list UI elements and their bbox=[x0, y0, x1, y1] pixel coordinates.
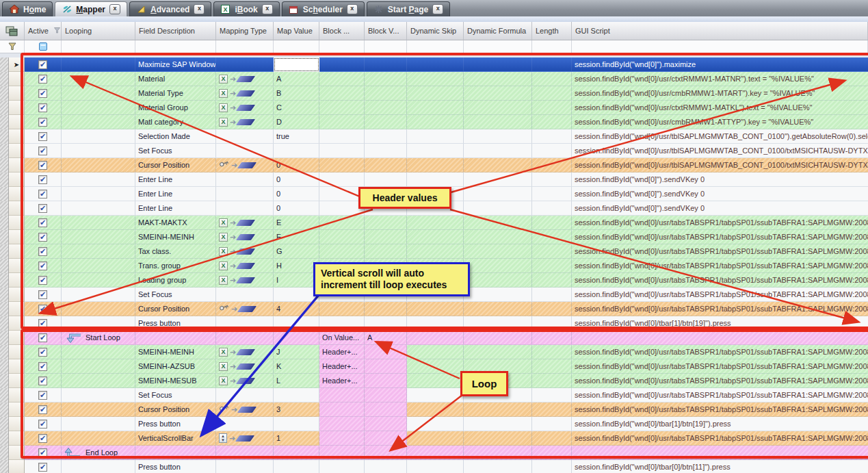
column-header-block[interactable]: Block ... bbox=[319, 22, 365, 40]
cell-map-value[interactable]: D bbox=[274, 115, 319, 129]
row-selector[interactable] bbox=[9, 86, 25, 101]
cell-block-value[interactable] bbox=[365, 216, 407, 230]
cell-length[interactable] bbox=[532, 187, 572, 201]
cell-mapping-type[interactable] bbox=[216, 129, 274, 144]
cell-length[interactable] bbox=[532, 57, 572, 72]
active-checkbox[interactable]: ✔ bbox=[38, 420, 47, 429]
cell-gui-script[interactable]: session.findById("wnd[0]/tbar[1]/btn[19]… bbox=[572, 417, 868, 431]
grid-row[interactable]: ✔Cursor Position➔4session.findById("wnd[… bbox=[0, 302, 868, 316]
cell-field-description[interactable]: Selection Made bbox=[135, 129, 216, 144]
cell-looping[interactable] bbox=[62, 244, 135, 259]
row-selector[interactable] bbox=[9, 446, 25, 460]
cell-map-value[interactable] bbox=[274, 144, 319, 158]
cell-gui-script[interactable]: session.findById("wnd[0]/tbar[1]/btn[19]… bbox=[572, 316, 868, 331]
cell-dynamic-formula[interactable] bbox=[464, 86, 532, 101]
cell-block-value[interactable] bbox=[365, 316, 407, 331]
cell-field-description[interactable]: Set Focus bbox=[135, 287, 216, 302]
cell-gui-script[interactable]: session.findById("wnd[0]/usr/tabsTABSPR1… bbox=[572, 359, 868, 374]
cell-dynamic-skip[interactable] bbox=[407, 417, 464, 431]
cell-dynamic-formula[interactable] bbox=[464, 216, 532, 230]
column-header-active[interactable]: Active bbox=[25, 22, 62, 40]
row-selector[interactable] bbox=[9, 244, 25, 259]
cell-dynamic-formula[interactable] bbox=[464, 101, 532, 115]
cell-looping[interactable] bbox=[62, 460, 135, 473]
cell-length[interactable] bbox=[532, 331, 572, 345]
cell-block-value[interactable]: A bbox=[365, 331, 407, 345]
row-selector[interactable] bbox=[9, 287, 25, 302]
cell-looping[interactable] bbox=[62, 431, 135, 446]
cell-dynamic-formula[interactable] bbox=[464, 316, 532, 331]
cell-dynamic-formula[interactable] bbox=[464, 287, 532, 302]
grid-row[interactable]: ✔Press buttonsession.findById("wnd[0]/tb… bbox=[0, 417, 868, 431]
cell-field-description[interactable]: MAKT-MAKTX bbox=[135, 216, 216, 230]
active-checkbox[interactable]: ✔ bbox=[38, 118, 47, 127]
cell-block[interactable]: Header+... bbox=[319, 345, 365, 359]
cell-length[interactable] bbox=[532, 374, 572, 388]
cell-field-description[interactable]: Tax class. bbox=[135, 244, 216, 259]
cell-block-value[interactable] bbox=[365, 72, 407, 86]
cell-map-value[interactable]: J bbox=[274, 345, 319, 359]
cell-dynamic-skip[interactable] bbox=[407, 86, 464, 101]
cell-mapping-type[interactable] bbox=[216, 460, 274, 473]
cell-block-value[interactable] bbox=[365, 417, 407, 431]
cell-dynamic-formula[interactable] bbox=[464, 172, 532, 187]
cell-gui-script[interactable]: session.findById("wnd[0]").maximize bbox=[572, 57, 868, 72]
cell-block-value[interactable] bbox=[365, 302, 407, 316]
grid-row[interactable]: ✔Tax class.X➔Gsession.findById("wnd[0]/u… bbox=[0, 244, 868, 259]
cell-mapping-type[interactable] bbox=[216, 287, 274, 302]
row-selector[interactable] bbox=[9, 302, 25, 316]
cell-map-value[interactable]: true bbox=[274, 129, 319, 144]
cell-dynamic-formula[interactable] bbox=[464, 446, 532, 460]
cell-looping[interactable] bbox=[62, 402, 135, 417]
cell-gui-script[interactable]: session.findById("wnd[0]/usr/tabsTABSPR1… bbox=[572, 287, 868, 302]
cell-block[interactable]: On Value... bbox=[319, 331, 365, 345]
grid-corner-button[interactable] bbox=[0, 22, 25, 40]
cell-dynamic-formula[interactable] bbox=[464, 57, 532, 72]
cell-gui-script[interactable]: session.findById("wnd[0]/usr/tabsTABSPR1… bbox=[572, 230, 868, 244]
cell-mapping-type[interactable] bbox=[216, 187, 274, 201]
cell-field-description[interactable]: Trans. group bbox=[135, 259, 216, 273]
cell-map-value[interactable]: 0 bbox=[274, 158, 319, 172]
active-checkbox[interactable]: ✔ bbox=[38, 362, 47, 371]
cell-field-description[interactable]: Cursor Position bbox=[135, 158, 216, 172]
current-row-indicator[interactable]: ➤ bbox=[9, 57, 25, 72]
cell-gui-script[interactable]: session.findById("wnd[0]/usr/cmbRMMW1-MT… bbox=[572, 86, 868, 101]
cell-looping[interactable] bbox=[62, 359, 135, 374]
filter-cell[interactable] bbox=[25, 40, 62, 53]
cell-mapping-type[interactable] bbox=[216, 331, 274, 345]
cell-field-description[interactable]: Cursor Position bbox=[135, 302, 216, 316]
cell-map-value[interactable]: I bbox=[274, 273, 319, 287]
cell-dynamic-skip[interactable] bbox=[407, 57, 464, 72]
grid-row[interactable]: ✔Material GroupX➔Csession.findById("wnd[… bbox=[0, 101, 868, 115]
tab-close-button[interactable]: x bbox=[432, 4, 443, 14]
filter-cell[interactable] bbox=[572, 40, 868, 53]
cell-looping[interactable] bbox=[62, 287, 135, 302]
grid-row[interactable]: ✔Press buttonsession.findById("wnd[0]/tb… bbox=[0, 316, 868, 331]
cell-length[interactable] bbox=[532, 388, 572, 402]
row-selector[interactable] bbox=[9, 72, 25, 86]
cell-dynamic-skip[interactable] bbox=[407, 302, 464, 316]
cell-mapping-type[interactable]: X➔ bbox=[216, 101, 274, 115]
cell-block[interactable] bbox=[319, 302, 365, 316]
cell-dynamic-skip[interactable] bbox=[407, 129, 464, 144]
grid-row[interactable]: ✔Start LoopOn Value...A bbox=[0, 331, 868, 345]
cell-map-value[interactable] bbox=[274, 388, 319, 402]
cell-dynamic-formula[interactable] bbox=[464, 302, 532, 316]
cell-gui-script[interactable]: session.findById("wnd[0]/usr/tabsTABSPR1… bbox=[572, 431, 868, 446]
grid-row[interactable]: ✔Material TypeX➔Bsession.findById("wnd[0… bbox=[0, 86, 868, 101]
cell-block-value[interactable] bbox=[365, 402, 407, 417]
row-selector[interactable] bbox=[9, 402, 25, 417]
grid-row[interactable]: ✔Press buttonsession.findById("wnd[0]/tb… bbox=[0, 460, 868, 473]
cell-gui-script[interactable]: session.findById("wnd[0]/usr/tabsTABSPR1… bbox=[572, 302, 868, 316]
active-checkbox[interactable]: ✔ bbox=[38, 391, 47, 400]
cell-looping[interactable]: Start Loop bbox=[62, 331, 135, 345]
cell-field-description[interactable]: SMEINH-AZSUB bbox=[135, 359, 216, 374]
cell-mapping-type[interactable] bbox=[216, 417, 274, 431]
cell-dynamic-skip[interactable] bbox=[407, 101, 464, 115]
cell-mapping-type[interactable]: X➔ bbox=[216, 374, 274, 388]
grid-row[interactable]: ✔SMEINH-MEINHX➔JHeader+...session.findBy… bbox=[0, 345, 868, 359]
cell-block[interactable]: Header+... bbox=[319, 359, 365, 374]
row-selector[interactable] bbox=[9, 273, 25, 287]
filter-row-button[interactable] bbox=[0, 40, 25, 53]
cell-mapping-type[interactable]: X➔ bbox=[216, 72, 274, 86]
